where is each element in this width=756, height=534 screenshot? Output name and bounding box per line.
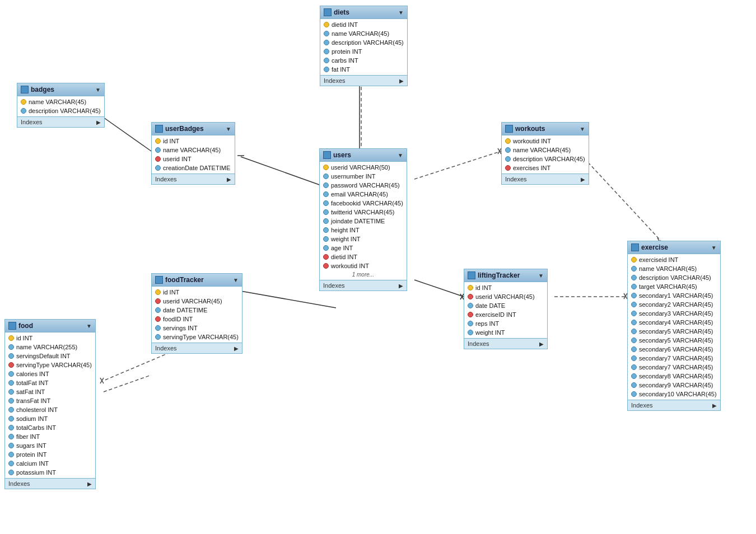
table-header-arrow[interactable]: ▼ xyxy=(538,273,544,279)
table-type-icon xyxy=(631,243,639,251)
field-icon xyxy=(155,334,161,340)
table-header-workouts[interactable]: workouts▼ xyxy=(502,123,589,135)
table-field: dietid INT xyxy=(320,20,407,29)
field-icon xyxy=(631,338,637,343)
indexes-arrow-icon[interactable]: ▶ xyxy=(227,176,231,182)
table-field: servingType VARCHAR(45) xyxy=(152,332,242,341)
field-name: name VARCHAR(255) xyxy=(16,344,77,350)
table-type-icon xyxy=(8,322,16,330)
table-header-food[interactable]: food▼ xyxy=(5,320,95,332)
table-field: target VARCHAR(45) xyxy=(628,282,720,291)
indexes-arrow-icon[interactable]: ▶ xyxy=(399,78,404,84)
primary-key-icon xyxy=(505,138,511,144)
field-name: servingsDefault INT xyxy=(16,353,71,359)
table-field: userid VARCHAR(50) xyxy=(320,163,407,172)
table-header-arrow[interactable]: ▼ xyxy=(580,126,585,132)
field-name: servingType VARCHAR(45) xyxy=(163,334,239,340)
table-body-liftingTracker: id INTuserid VARCHAR(45)date DATEexercis… xyxy=(464,282,547,338)
indexes-arrow-icon[interactable]: ▶ xyxy=(96,119,101,125)
table-header-users[interactable]: users▼ xyxy=(320,149,407,162)
indexes-arrow-icon[interactable]: ▶ xyxy=(399,283,403,289)
table-field: transFat INT xyxy=(5,396,95,405)
table-header-liftingTracker[interactable]: liftingTracker▼ xyxy=(464,269,547,282)
table-body-foodTracker: id INTuserid VARCHAR(45)date DATETIMEfoo… xyxy=(152,287,242,343)
table-body-badges: name VARCHAR(45)description VARCHAR(45) xyxy=(17,96,104,116)
field-name: creationDate DATETIME xyxy=(163,165,230,171)
indexes-arrow-icon[interactable]: ▶ xyxy=(539,341,544,347)
field-name: userid VARCHAR(45) xyxy=(475,293,535,300)
table-indexes[interactable]: Indexes▶ xyxy=(17,116,104,127)
table-indexes[interactable]: Indexes▶ xyxy=(502,174,589,184)
field-icon xyxy=(631,293,637,298)
indexes-arrow-icon[interactable]: ▶ xyxy=(234,345,239,352)
table-field: name VARCHAR(45) xyxy=(502,146,589,154)
table-field: fiber INT xyxy=(5,432,95,441)
table-indexes[interactable]: Indexes▶ xyxy=(464,338,547,349)
table-diets: diets▼dietid INTname VARCHAR(45)descript… xyxy=(320,6,408,86)
indexes-label: Indexes xyxy=(468,340,489,347)
table-header-arrow[interactable]: ▼ xyxy=(398,10,404,16)
table-field: weight INT xyxy=(464,328,547,337)
table-header-foodTracker[interactable]: foodTracker▼ xyxy=(152,274,242,287)
field-name: name VARCHAR(45) xyxy=(29,99,86,105)
table-header-arrow[interactable]: ▼ xyxy=(398,152,403,158)
primary-key-icon xyxy=(155,289,161,295)
field-name: password VARCHAR(45) xyxy=(331,182,400,189)
table-body-diets: dietid INTname VARCHAR(45)description VA… xyxy=(320,19,407,75)
table-indexes[interactable]: Indexes▶ xyxy=(628,400,720,410)
table-field: userid VARCHAR(45) xyxy=(152,297,242,306)
foreign-key-icon xyxy=(155,156,161,162)
table-body-workouts: workoutid INTname VARCHAR(45)description… xyxy=(502,135,589,174)
table-field: secondary7 VARCHAR(45) xyxy=(628,363,720,372)
table-header-arrow[interactable]: ▼ xyxy=(711,245,717,251)
table-header-arrow[interactable]: ▼ xyxy=(233,277,239,283)
indexes-arrow-icon[interactable]: ▶ xyxy=(712,402,717,409)
table-field: date DATE xyxy=(464,301,547,310)
table-header-arrow[interactable]: ▼ xyxy=(86,323,92,329)
field-name: secondary7 VARCHAR(45) xyxy=(639,364,713,371)
field-name: potassium INT xyxy=(16,469,56,476)
field-name: name VARCHAR(45) xyxy=(639,265,697,272)
table-field: id INT xyxy=(152,288,242,297)
table-header-exercise[interactable]: exercise▼ xyxy=(628,241,720,254)
field-name: name VARCHAR(45) xyxy=(163,147,221,153)
indexes-arrow-icon[interactable]: ▶ xyxy=(581,176,585,182)
foreign-key-icon xyxy=(468,294,473,299)
table-header-arrow[interactable]: ▼ xyxy=(226,126,231,132)
field-name: fiber INT xyxy=(16,433,40,440)
indexes-label: Indexes xyxy=(155,176,177,182)
table-type-icon xyxy=(155,125,163,133)
field-icon xyxy=(8,344,14,350)
field-icon xyxy=(631,355,637,361)
table-indexes[interactable]: Indexes▶ xyxy=(320,75,407,86)
field-name: weight INT xyxy=(475,329,505,336)
indexes-label: Indexes xyxy=(323,282,345,289)
field-icon xyxy=(468,330,473,335)
field-name: name VARCHAR(45) xyxy=(332,30,389,37)
field-name: facebookid VARCHAR(45) xyxy=(331,200,403,207)
field-name: weight INT xyxy=(331,236,361,242)
field-name: transFat INT xyxy=(16,397,50,404)
table-indexes[interactable]: Indexes▶ xyxy=(320,280,407,291)
table-indexes[interactable]: Indexes▶ xyxy=(152,174,235,184)
table-field: servings INT xyxy=(152,324,242,332)
table-header-badges[interactable]: badges▼ xyxy=(17,83,104,96)
field-icon xyxy=(324,40,329,45)
table-badges: badges▼name VARCHAR(45)description VARCH… xyxy=(17,83,105,128)
indexes-arrow-icon[interactable]: ▶ xyxy=(87,481,92,487)
table-type-icon xyxy=(468,271,475,279)
table-header-arrow[interactable]: ▼ xyxy=(95,87,101,93)
table-field: secondary2 VARCHAR(45) xyxy=(628,300,720,309)
field-name: date DATETIME xyxy=(163,307,207,313)
table-header-diets[interactable]: diets▼ xyxy=(320,6,407,19)
field-icon xyxy=(8,443,14,448)
table-field: totalCarbs INT xyxy=(5,423,95,432)
table-indexes[interactable]: Indexes▶ xyxy=(5,478,95,489)
table-field: protein INT xyxy=(320,47,407,56)
table-indexes[interactable]: Indexes▶ xyxy=(152,343,242,353)
table-field: secondary7 VARCHAR(45) xyxy=(628,354,720,363)
table-header-userBadges[interactable]: userBadges▼ xyxy=(152,123,235,135)
table-field: exerciseid INT xyxy=(628,255,720,264)
field-name: secondary9 VARCHAR(45) xyxy=(639,382,713,388)
field-icon xyxy=(468,303,473,308)
